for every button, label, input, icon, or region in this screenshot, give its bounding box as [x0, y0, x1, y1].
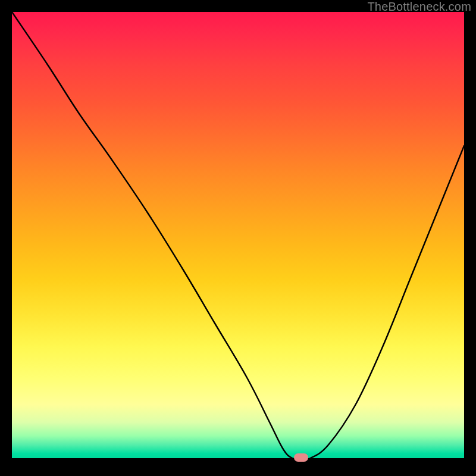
chart-container: TheBottleneck.com [0, 0, 476, 476]
bottleneck-curve [12, 12, 464, 458]
plot-area [12, 12, 464, 458]
optimal-marker [294, 453, 308, 462]
